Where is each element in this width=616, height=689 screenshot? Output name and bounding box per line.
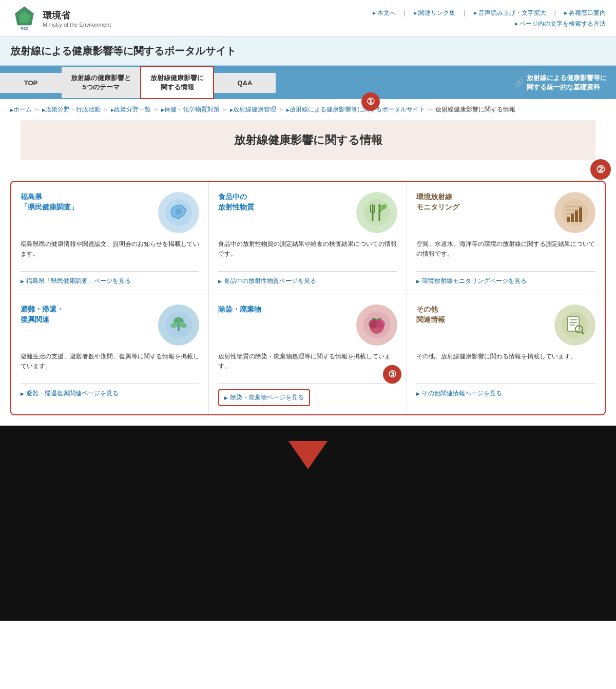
plant-icon: [163, 310, 194, 340]
logo-text: 環境省 Ministry of the Environment: [43, 9, 111, 28]
cell-food-desc: 食品中の放射性物質の測定結果や給食の検査結果についての情報です。: [218, 239, 397, 265]
breadcrumb-policy-list[interactable]: 政策分野一覧: [111, 105, 151, 114]
cell-env-monitor: 環境放射線 モニタリング: [407, 182, 605, 294]
annotation-2: ②: [590, 159, 611, 180]
black-section: [0, 426, 616, 621]
breadcrumb-policy-activity[interactable]: 政策分野・行政活動: [42, 105, 101, 114]
svg-point-6: [363, 199, 390, 226]
header-nav-top: 本文へ | 関連リンク集 | 音声読み上げ・文字拡大 | 各種窓口案内: [373, 9, 606, 17]
cell-fukushima-title: 福島県 「県民健康調査」: [21, 192, 78, 212]
nav-link-search-method[interactable]: ページ内の文字を検索する方法: [515, 20, 606, 28]
cell-decon-icon: [356, 304, 397, 346]
nav-link-madoguchi[interactable]: 各種窓口案内: [564, 9, 606, 17]
external-link-icon: 🔗: [515, 79, 524, 87]
cell-fukushima-divider: [21, 271, 199, 272]
decon-icon: [361, 310, 392, 340]
svg-rect-11: [567, 217, 570, 222]
tab-health-themes[interactable]: 放射線の健康影響と 5つのテーマ: [62, 67, 140, 98]
cell-evacuation-header: 避難・帰還・ 復興関連: [21, 304, 199, 346]
cell-other-title: その他 関連情報: [416, 304, 445, 324]
cell-fukushima-header: 福島県 「県民健康調査」: [21, 192, 199, 233]
portal-title: 放射線による健康影響等に関するポータルサイト: [10, 45, 236, 56]
cell-other-header: その他 関連情報: [416, 304, 595, 346]
main-nav: TOP 放射線の健康影響と 5つのテーマ 放射線健康影響に 関する情報 Q&A …: [0, 66, 616, 99]
page-title: 放射線健康影響に関する情報: [31, 132, 585, 148]
svg-rect-13: [575, 210, 578, 222]
cell-fukushima-desc: 福島県民の健康情報や関連論文、説明会のお知らせを掲載しています。: [21, 239, 199, 265]
cell-decon-title: 除染・廃棄物: [218, 304, 261, 315]
cell-decon: 除染・廃棄物: [209, 294, 407, 414]
cell-decon-header: 除染・廃棄物: [218, 304, 397, 346]
annotation-3: ③: [383, 365, 401, 384]
cell-env-title: 環境放射線 モニタリング: [416, 192, 459, 212]
svg-rect-14: [579, 207, 582, 222]
breadcrumb: ホーム ＞ 政策分野・行政活動 ＞ 政策分野一覧 ＞ 保健・化学物質対策 ＞ 放…: [0, 99, 616, 120]
cell-food-title: 食品中の 放射性物質: [218, 192, 254, 212]
breadcrumb-home[interactable]: ホーム: [10, 105, 32, 114]
external-tab-label: 放射線による健康影響等に 関する統一的な基礎資料: [527, 73, 607, 92]
cell-decon-link[interactable]: 除染・廃棄物ページを見る: [218, 389, 310, 406]
grid-row-1: 福島県 「県民健康調査」 福島県民の健康情報や関連論文、説明会のお知らせを掲載し…: [11, 182, 605, 294]
svg-rect-12: [571, 214, 574, 222]
svg-point-26: [376, 319, 385, 329]
monitoring-icon: [560, 197, 590, 228]
portal-banner: 放射線による健康影響等に関するポータルサイト ①: [0, 37, 616, 66]
cell-env-divider: [416, 271, 595, 272]
cell-fukushima-link[interactable]: 福島県「県民健康調査」ページを見る: [21, 277, 199, 285]
cell-food: 食品中の 放射性物質: [209, 182, 407, 294]
cell-env-icon: [554, 192, 595, 233]
cell-fukushima: 福島県 「県民健康調査」 福島県民の健康情報や関連論文、説明会のお知らせを掲載し…: [11, 182, 209, 294]
header-nav: 本文へ | 関連リンク集 | 音声読み上げ・文字拡大 | 各種窓口案内 ページ内…: [373, 9, 606, 28]
cell-env-link[interactable]: 環境放射線モニタリングページを見る: [416, 277, 595, 285]
cell-env-header: 環境放射線 モニタリング: [416, 192, 595, 233]
cell-food-header: 食品中の 放射性物質: [218, 192, 397, 233]
breadcrumb-radiation-health[interactable]: 放射線健康管理: [230, 105, 276, 114]
arrow-down: [288, 441, 328, 469]
cell-other-divider: [416, 384, 595, 384]
cell-food-link[interactable]: 食品中の放射性物質ページを見る: [218, 277, 397, 285]
page-title-section: 放射線健康影響に関する情報: [21, 120, 595, 160]
breadcrumb-health-chemicals[interactable]: 保健・化学物質対策: [161, 105, 220, 114]
cell-other: その他 関連情報: [407, 294, 605, 414]
cell-other-desc: その他、放射線健康影響に関わる情報を掲載しています。: [416, 352, 595, 377]
cell-decon-desc: 放射性物質の除染・廃棄物処理等に関する情報を掲載しています。: [218, 352, 397, 377]
cell-other-link[interactable]: その他関連情報ページを見る: [416, 389, 595, 398]
svg-point-5: [176, 208, 182, 215]
tab-health-info[interactable]: 放射線健康影響に 関する情報: [140, 66, 214, 99]
logo-area: REZ 環境省 Ministry of the Environment: [10, 4, 111, 32]
logo-en: Ministry of the Environment: [43, 22, 111, 28]
content-wrapper: 福島県 「県民健康調査」 福島県民の健康情報や関連論文、説明会のお知らせを掲載し…: [0, 170, 616, 426]
fukushima-map-icon: [163, 197, 194, 228]
cell-fukushima-icon: [158, 192, 199, 233]
tab-qanda[interactable]: Q&A: [214, 73, 276, 93]
cell-evacuation-desc: 避難生活の支援、避難者数や期間、復興等に関する情報を掲載しています。: [21, 352, 199, 377]
svg-rect-28: [568, 317, 579, 331]
breadcrumb-current: 放射線健康影響に関する情報: [435, 105, 515, 114]
grid-row-2: 避難・帰還・ 復興関連 避難生活の支援、避: [11, 294, 605, 414]
content-grid: 福島県 「県民健康調査」 福島県民の健康情報や関連論文、説明会のお知らせを掲載し…: [10, 181, 606, 415]
food-icon: [361, 197, 392, 228]
breadcrumb-portal[interactable]: 放射線による健康影響等に関するポータルサイト: [286, 105, 425, 114]
cell-food-divider: [218, 271, 397, 272]
ministry-logo-icon: REZ: [10, 4, 38, 32]
nav-link-honbun[interactable]: 本文へ: [373, 9, 396, 17]
cell-decon-divider: [218, 384, 397, 384]
other-icon: [560, 310, 590, 340]
cell-food-icon: [356, 192, 397, 233]
nav-link-kanren[interactable]: 関連リンク集: [414, 9, 455, 17]
site-header: REZ 環境省 Ministry of the Environment 本文へ …: [0, 0, 616, 37]
logo-ja: 環境省: [43, 9, 111, 22]
svg-text:REZ: REZ: [21, 26, 28, 31]
cell-evacuation-link[interactable]: 避難・帰還復興関連ページを見る: [21, 389, 199, 398]
tab-external-resource[interactable]: 🔗 放射線による健康影響等に 関する統一的な基礎資料: [506, 69, 616, 96]
nav-link-voice[interactable]: 音声読み上げ・文字拡大: [474, 9, 546, 17]
cell-evacuation-icon: [158, 304, 199, 346]
cell-other-icon: [554, 304, 595, 346]
tab-top[interactable]: TOP: [0, 73, 62, 93]
header-nav-bottom: ページ内の文字を検索する方法: [515, 20, 606, 28]
annotation-1: ①: [361, 92, 380, 111]
cell-evacuation: 避難・帰還・ 復興関連 避難生活の支援、避: [11, 294, 209, 414]
cell-evacuation-title: 避難・帰還・ 復興関連: [21, 304, 64, 324]
cell-evacuation-divider: [21, 384, 199, 384]
cell-env-desc: 空間、水道水、海洋等の環境の放射線に関する測定結果についての情報です。: [416, 239, 595, 265]
